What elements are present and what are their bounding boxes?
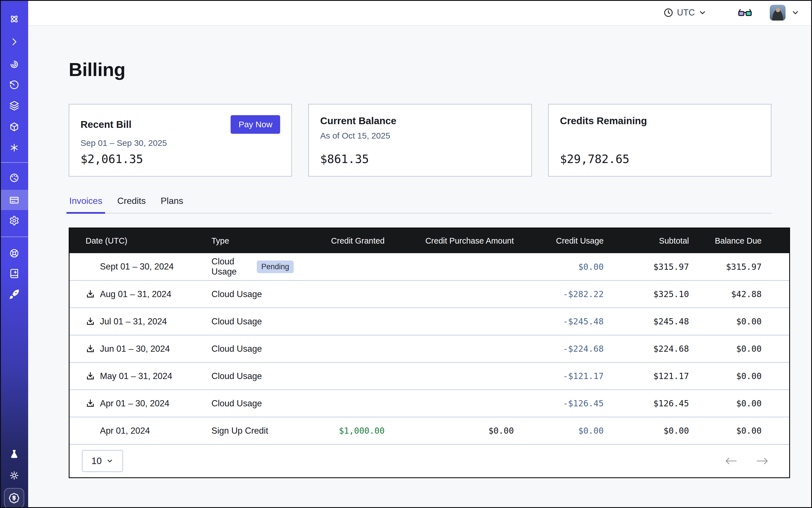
gear-icon	[9, 215, 19, 226]
rocket-icon	[9, 289, 19, 300]
credit-usage: -$282.22	[514, 281, 604, 308]
pay-now-button[interactable]: Pay Now	[230, 115, 280, 134]
timezone-label: UTC	[677, 8, 695, 18]
billing-tabs: Invoices Credits Plans	[69, 195, 771, 213]
download-invoice-icon[interactable]	[86, 372, 95, 381]
arrow-right-icon	[756, 457, 769, 465]
sidebar-item-docs[interactable]	[0, 263, 28, 283]
sidebar-item-launch[interactable]	[0, 284, 28, 304]
pagination: 10	[70, 444, 789, 477]
previous-page-button[interactable]	[724, 457, 737, 465]
download-invoice-icon[interactable]	[86, 317, 95, 326]
credit-granted	[294, 281, 385, 308]
credit-granted: $1,000.00	[294, 417, 385, 444]
subtotal: $325.10	[604, 281, 689, 308]
main-content: Billing Recent Bill Pay Now Sep 01 – Sep…	[28, 26, 812, 508]
sidebar-item-packages[interactable]	[0, 117, 28, 137]
credit-purchase	[385, 253, 514, 281]
col-date: Date (UTC)	[70, 228, 198, 253]
invoice-date: Jun 01 – 30, 2024	[100, 344, 170, 354]
invoice-date: Apr 01, 2024	[100, 426, 150, 436]
invoice-date: Jul 01 – 31, 2024	[100, 316, 167, 327]
reader-mode-toggle[interactable]	[738, 6, 752, 19]
orbit-logo-icon[interactable]	[0, 9, 28, 29]
invoice-type: Cloud Usage	[211, 289, 262, 299]
credit-purchase	[385, 335, 514, 363]
sidebar-item-labs[interactable]	[0, 444, 28, 464]
account-menu[interactable]	[770, 5, 800, 20]
invoice-date: Sept 01 – 30, 2024	[100, 262, 174, 272]
sidebar-item-billing[interactable]	[0, 190, 28, 210]
status-badge: Pending	[257, 260, 294, 273]
invoice-type: Cloud Usage	[211, 371, 262, 381]
avatar[interactable]	[770, 5, 785, 20]
download-invoice-icon[interactable]	[86, 344, 95, 354]
credit-granted	[294, 308, 385, 335]
dollar-badge-icon	[8, 493, 20, 504]
card-amount: $2,061.35	[81, 152, 143, 166]
col-balance-due: Balance Due	[689, 228, 789, 253]
col-subtotal: Subtotal	[604, 228, 689, 253]
sidebar-collapse-button[interactable]	[0, 32, 28, 52]
sidebar-item-theme-toggle[interactable]	[0, 465, 28, 485]
book-sparkle-icon	[9, 268, 19, 279]
invoice-type: Sign Up Credit	[211, 426, 268, 436]
download-invoice-icon[interactable]	[86, 290, 95, 299]
col-credit-usage: Credit Usage	[514, 228, 604, 253]
next-page-button[interactable]	[756, 457, 769, 465]
table-row: Apr 01 – 30, 2024 Cloud Usage -$126.45 $…	[70, 390, 789, 417]
balance-due: $0.00	[689, 390, 789, 417]
table-header: Date (UTC) Type Credit Granted Credit Pu…	[70, 228, 789, 253]
topbar: UTC	[28, 0, 812, 26]
page-size-value: 10	[91, 456, 102, 466]
sidebar-item-history[interactable]	[0, 75, 28, 95]
chevron-right-icon	[9, 37, 19, 47]
sidebar-item-settings[interactable]	[0, 210, 28, 230]
tab-plans[interactable]: Plans	[160, 195, 184, 213]
credit-card-icon	[9, 195, 19, 205]
card-amount: $29,782.65	[560, 152, 630, 166]
table-row: Jul 01 – 31, 2024 Cloud Usage -$245.48 $…	[70, 308, 789, 335]
card-subtitle: Sep 01 – Sep 30, 2025	[81, 138, 280, 148]
invoice-date: May 01 – 31, 2024	[100, 371, 172, 381]
page-title: Billing	[69, 58, 812, 80]
sidebar-item-observe[interactable]	[0, 54, 28, 74]
credit-purchase	[385, 308, 514, 335]
card-title: Current Balance	[320, 115, 396, 126]
download-invoice-icon[interactable]	[86, 399, 95, 408]
col-credit-purchase: Credit Purchase Amount	[385, 228, 514, 253]
balance-due: $0.00	[689, 363, 789, 390]
table-row: Sept 01 – 30, 2024 Cloud UsagePending $0…	[70, 253, 789, 281]
sidebar-divider	[0, 237, 28, 237]
page-size-select[interactable]: 10	[82, 450, 123, 472]
sidebar-item-functions[interactable]	[0, 137, 28, 158]
sidebar-item-layers[interactable]	[0, 95, 28, 116]
invoice-type: Cloud Usage	[211, 257, 252, 277]
credit-granted	[294, 335, 385, 363]
sidebar-item-usage[interactable]	[0, 168, 28, 188]
chevron-down-icon	[698, 8, 707, 17]
credit-usage: -$126.45	[514, 390, 604, 417]
flask-icon	[9, 449, 19, 459]
invoice-type: Cloud Usage	[211, 316, 262, 326]
subtotal: $245.48	[604, 308, 689, 335]
credit-granted	[294, 390, 385, 417]
balance-due: $0.00	[689, 308, 789, 335]
credit-usage: $0.00	[514, 417, 604, 444]
credit-granted	[294, 253, 385, 281]
card-title: Credits Remaining	[560, 115, 647, 126]
cube-icon	[9, 122, 19, 132]
current-balance-card: Current Balance As of Oct 15, 2025 $861.…	[308, 104, 531, 177]
tab-invoices[interactable]: Invoices	[69, 195, 103, 213]
timezone-selector[interactable]: UTC	[663, 8, 707, 18]
clock-icon	[663, 8, 674, 18]
sidebar	[0, 0, 28, 508]
subtotal: $0.00	[604, 417, 689, 444]
balance-due: $315.97	[689, 253, 789, 281]
sidebar-item-credits-badge[interactable]	[4, 488, 24, 508]
invoice-date: Apr 01 – 30, 2024	[100, 398, 169, 409]
tab-credits[interactable]: Credits	[117, 195, 146, 213]
credit-usage: $0.00	[514, 253, 604, 281]
invoices-table: Date (UTC) Type Credit Granted Credit Pu…	[69, 227, 790, 478]
sidebar-item-support[interactable]	[0, 243, 28, 263]
